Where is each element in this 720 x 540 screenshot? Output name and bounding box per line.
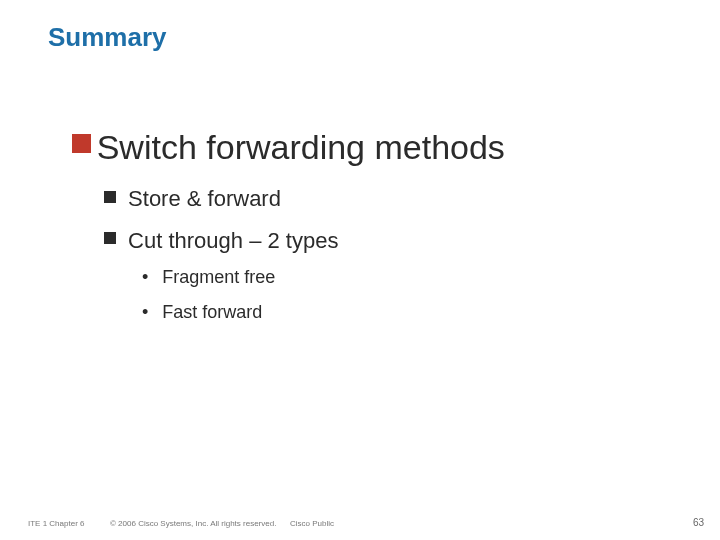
square-bullet-icon [72,128,91,165]
slide-content: Switch forwarding methods Store & forwar… [72,128,690,325]
square-bullet-icon [104,227,116,255]
list-item: Store & forward [104,185,690,213]
list-item: Cut through – 2 types [104,227,690,255]
slide-footer: ITE 1 Chapter 6 © 2006 Cisco Systems, In… [0,512,720,528]
sub-list-item-text: Fragment free [162,266,275,289]
sub-list-item: • Fragment free [142,266,690,289]
slide: Summary Switch forwarding methods Store … [0,0,720,540]
footer-page-number: 63 [693,517,704,528]
dot-bullet-icon: • [142,301,148,324]
footer-copyright: © 2006 Cisco Systems, Inc. All rights re… [110,519,276,528]
heading-row: Switch forwarding methods [72,128,690,167]
footer-chapter: ITE 1 Chapter 6 [28,519,84,528]
slide-title: Summary [48,22,167,53]
footer-tag: Cisco Public [290,519,334,528]
sub-list-item-text: Fast forward [162,301,262,324]
square-bullet-icon [104,185,116,213]
list-item-text: Store & forward [128,185,281,213]
list-item-text: Cut through – 2 types [128,227,338,255]
heading-text: Switch forwarding methods [97,128,505,167]
sub-list-item: • Fast forward [142,301,690,324]
dot-bullet-icon: • [142,266,148,289]
